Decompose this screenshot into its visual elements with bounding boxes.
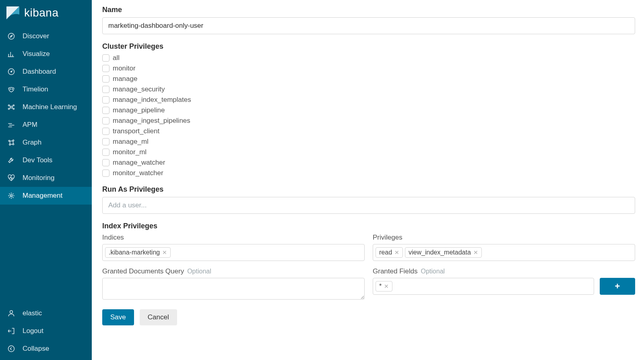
svg-point-2 — [11, 71, 12, 72]
checkbox-label: manage_ml — [113, 138, 149, 146]
checkbox-label: all — [113, 54, 120, 62]
sidebar-item-management[interactable]: Management — [0, 187, 92, 205]
checkbox-manage_watcher[interactable] — [102, 159, 109, 166]
svg-point-4 — [12, 89, 13, 89]
checkbox-monitor[interactable] — [102, 65, 109, 72]
sidebar-item-visualize[interactable]: Visualize — [0, 45, 92, 63]
checkbox-row-monitor[interactable]: monitor — [102, 64, 635, 72]
cancel-button[interactable]: Cancel — [140, 309, 177, 325]
cluster-privileges-section: Cluster Privileges allmonitormanagemanag… — [102, 42, 635, 177]
optional-text: Optional — [421, 268, 445, 275]
checkbox-label: manage_watcher — [113, 159, 165, 167]
form-actions: Save Cancel — [102, 309, 635, 325]
sidebar-item-user[interactable]: elastic — [0, 304, 92, 322]
checkbox-monitor_watcher[interactable] — [102, 170, 109, 177]
checkbox-manage[interactable] — [102, 75, 109, 83]
graph-icon — [7, 139, 15, 147]
privileges-input[interactable]: read✕view_index_metadata✕ — [373, 244, 635, 261]
remove-tag-icon[interactable]: ✕ — [394, 250, 399, 255]
privilege-tag: view_index_metadata✕ — [405, 247, 482, 258]
tag-label: view_index_metadata — [409, 249, 471, 256]
plus-icon: + — [615, 281, 620, 292]
svg-point-6 — [8, 105, 10, 106]
save-button[interactable]: Save — [102, 309, 134, 325]
checkbox-label: manage_index_templates — [113, 96, 191, 104]
granted-docs-textarea[interactable] — [102, 278, 365, 300]
tag-label: read — [379, 249, 392, 256]
sidebar-item-monitoring[interactable]: Monitoring — [0, 169, 92, 187]
checkbox-row-manage[interactable]: manage — [102, 75, 635, 83]
sidebar-item-graph[interactable]: Graph — [0, 134, 92, 151]
kibana-logo-icon — [6, 6, 20, 20]
granted-docs-col: Granted Documents Query Optional — [102, 267, 365, 301]
mask-icon — [7, 85, 15, 93]
run-as-section: Run As Privileges — [102, 185, 635, 214]
name-section: Name — [102, 6, 635, 34]
sidebar-item-label: Graph — [23, 139, 41, 147]
barchart-icon — [7, 50, 15, 58]
granted-fields-input[interactable]: *✕ — [373, 278, 594, 295]
apm-icon — [7, 121, 15, 129]
granted-fields-label: Granted Fields Optional — [373, 267, 635, 275]
checkbox-row-manage_watcher[interactable]: manage_watcher — [102, 159, 635, 167]
cluster-privileges-label: Cluster Privileges — [102, 42, 635, 51]
checkbox-row-manage_ml[interactable]: manage_ml — [102, 138, 635, 146]
svg-point-13 — [12, 144, 14, 145]
ml-icon — [7, 103, 15, 111]
checkbox-row-manage_security[interactable]: manage_security — [102, 85, 635, 93]
sidebar-item-label: elastic — [23, 309, 42, 317]
name-input[interactable] — [102, 17, 635, 34]
checkbox-row-manage_ingest_pipelines[interactable]: manage_ingest_pipelines — [102, 117, 635, 125]
sidebar-item-label: Management — [23, 192, 62, 200]
sidebar: kibana Discover Visualize Dashboard Time… — [0, 0, 92, 360]
name-label: Name — [102, 6, 635, 14]
remove-tag-icon[interactable]: ✕ — [162, 250, 167, 255]
indices-input[interactable]: .kibana-marketing✕ — [102, 244, 365, 261]
checkbox-row-monitor_ml[interactable]: monitor_ml — [102, 148, 635, 156]
sidebar-item-timelion[interactable]: Timelion — [0, 81, 92, 98]
checkbox-manage_index_templates[interactable] — [102, 96, 109, 103]
checkbox-row-manage_index_templates[interactable]: manage_index_templates — [102, 96, 635, 104]
remove-tag-icon[interactable]: ✕ — [384, 283, 389, 289]
granted-fields-col: Granted Fields Optional *✕ + — [373, 267, 635, 301]
gear-icon — [7, 192, 15, 200]
checkbox-monitor_ml[interactable] — [102, 149, 109, 156]
checkbox-row-manage_pipeline[interactable]: manage_pipeline — [102, 106, 635, 114]
sidebar-item-collapse[interactable]: Collapse — [0, 340, 92, 358]
sidebar-item-machine-learning[interactable]: Machine Learning — [0, 98, 92, 116]
svg-point-7 — [13, 105, 14, 106]
main-content: Name Cluster Privileges allmonitormanage… — [92, 0, 644, 360]
checkbox-manage_security[interactable] — [102, 86, 109, 93]
brand: kibana — [0, 0, 92, 27]
sidebar-item-apm[interactable]: APM — [0, 116, 92, 134]
checkbox-row-all[interactable]: all — [102, 54, 635, 62]
checkbox-transport_client[interactable] — [102, 128, 109, 135]
sidebar-item-label: Collapse — [23, 345, 49, 353]
privilege-tag: read✕ — [376, 247, 403, 258]
sidebar-item-label: Monitoring — [23, 174, 54, 182]
privileges-label: Privileges — [373, 234, 635, 242]
checkbox-manage_pipeline[interactable] — [102, 107, 109, 114]
checkbox-label: transport_client — [113, 127, 159, 135]
sidebar-item-dashboard[interactable]: Dashboard — [0, 63, 92, 81]
svg-point-12 — [9, 144, 10, 145]
run-as-input[interactable] — [102, 197, 635, 214]
sidebar-item-dev-tools[interactable]: Dev Tools — [0, 151, 92, 169]
add-index-privilege-button[interactable]: + — [600, 278, 635, 295]
checkbox-all[interactable] — [102, 54, 109, 62]
checkbox-manage_ml[interactable] — [102, 138, 109, 145]
sidebar-item-label: Visualize — [23, 50, 50, 58]
wrench-icon — [7, 156, 15, 164]
sidebar-item-logout[interactable]: Logout — [0, 322, 92, 340]
tag-label: .kibana-marketing — [109, 249, 160, 256]
svg-point-9 — [13, 108, 14, 110]
index-privileges-heading: Index Privileges — [102, 222, 635, 230]
checkbox-row-monitor_watcher[interactable]: monitor_watcher — [102, 169, 635, 177]
sidebar-item-label: Timelion — [23, 85, 48, 93]
checkbox-row-transport_client[interactable]: transport_client — [102, 127, 635, 135]
remove-tag-icon[interactable]: ✕ — [473, 250, 478, 255]
optional-text: Optional — [187, 268, 211, 275]
checkbox-manage_ingest_pipelines[interactable] — [102, 117, 109, 124]
privileges-col: Privileges read✕view_index_metadata✕ — [373, 234, 635, 261]
sidebar-item-discover[interactable]: Discover — [0, 27, 92, 45]
